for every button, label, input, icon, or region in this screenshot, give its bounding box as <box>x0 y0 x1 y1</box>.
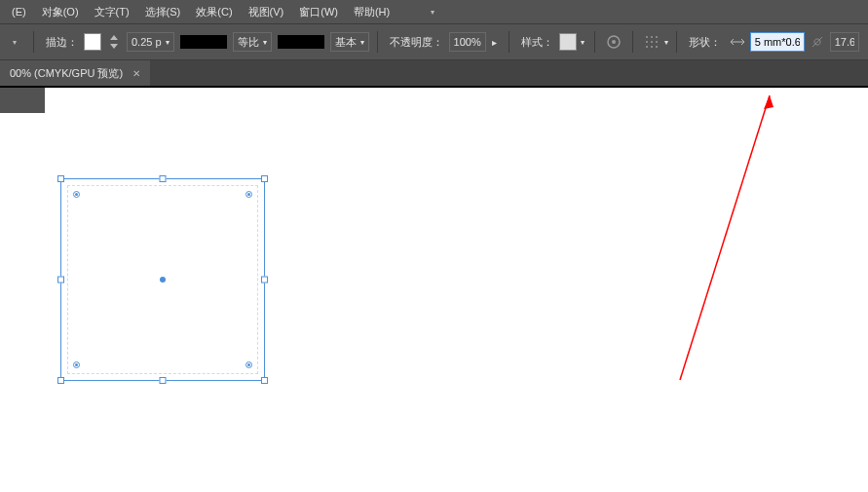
svg-point-6 <box>646 36 648 38</box>
divider <box>33 31 34 53</box>
resize-handle-top-middle[interactable] <box>160 175 167 182</box>
svg-point-8 <box>656 36 658 38</box>
svg-point-14 <box>656 46 658 48</box>
document-tabbar: 00% (CMYK/GPU 预览) ✕ <box>0 60 868 86</box>
resize-handle-middle-left[interactable] <box>57 277 64 284</box>
menu-select[interactable]: 选择(S) <box>137 5 189 19</box>
menu-window[interactable]: 窗口(W) <box>291 5 346 19</box>
options-toolbar: ▾ 描边： 0.25 p ▾ 等比 ▾ 基本 ▾ 不透明度： 100% ▸ 样式… <box>0 23 868 60</box>
svg-point-11 <box>656 41 658 43</box>
selected-rectangle[interactable] <box>60 178 265 381</box>
corner-widget-bottom-left[interactable] <box>73 361 80 368</box>
divider <box>632 31 633 53</box>
svg-point-10 <box>651 41 653 43</box>
resize-handle-top-left[interactable] <box>57 175 64 182</box>
resize-handle-bottom-left[interactable] <box>57 377 64 384</box>
menubar-icons: ▾ <box>405 4 440 19</box>
divider <box>377 31 378 53</box>
corner-widget-top-left[interactable] <box>73 191 80 198</box>
stroke-profile-preview <box>180 35 227 49</box>
close-icon[interactable]: ✕ <box>132 68 140 79</box>
width-icon <box>727 31 748 53</box>
svg-point-7 <box>651 36 653 38</box>
fill-dropdown-icon[interactable]: ▾ <box>4 31 25 53</box>
chevron-down-icon: ▾ <box>166 38 170 47</box>
divider <box>676 31 677 53</box>
stroke-label: 描边： <box>46 35 78 50</box>
chevron-down-icon: ▾ <box>360 38 364 47</box>
document-tab[interactable]: 00% (CMYK/GPU 预览) ✕ <box>0 60 150 86</box>
svg-point-13 <box>651 46 653 48</box>
corner-widget-top-right[interactable] <box>245 191 252 198</box>
svg-line-16 <box>680 95 770 380</box>
chevron-down-icon[interactable]: ▾ <box>664 38 668 47</box>
svg-point-12 <box>646 46 648 48</box>
svg-marker-17 <box>764 95 774 109</box>
canvas-area[interactable] <box>0 86 868 492</box>
stroke-weight-value: 0.25 p <box>132 36 162 48</box>
grid-icon[interactable] <box>405 4 421 19</box>
corner-widget-bottom-right[interactable] <box>245 361 252 368</box>
menu-object[interactable]: 对象(O) <box>34 5 87 19</box>
opacity-dropdown[interactable]: 100% <box>449 32 486 52</box>
center-point-icon <box>160 277 166 283</box>
resize-handle-top-right[interactable] <box>261 175 268 182</box>
resize-handle-middle-right[interactable] <box>261 277 268 284</box>
stroke-profile-dropdown[interactable]: 等比 ▾ <box>233 32 272 52</box>
stroke-swatch[interactable] <box>84 33 101 51</box>
style-label: 样式： <box>521 35 553 50</box>
menu-edit[interactable]: (E) <box>4 6 34 18</box>
divider <box>509 31 509 53</box>
shape-label: 形状： <box>689 35 721 50</box>
divider <box>594 31 595 53</box>
brush-preview <box>278 35 324 49</box>
menu-help[interactable]: 帮助(H) <box>346 5 397 19</box>
svg-point-9 <box>646 41 648 43</box>
link-icon[interactable] <box>807 31 828 53</box>
menubar: (E) 对象(O) 文字(T) 选择(S) 效果(C) 视图(V) 窗口(W) … <box>0 0 868 23</box>
menu-view[interactable]: 视图(V) <box>241 5 292 19</box>
resize-handle-bottom-right[interactable] <box>261 377 268 384</box>
opacity-value: 100% <box>454 36 481 48</box>
align-icon[interactable] <box>641 31 662 53</box>
resize-handle-bottom-middle[interactable] <box>160 377 167 384</box>
brush-label: 基本 <box>335 35 357 50</box>
opacity-label: 不透明度： <box>390 35 443 50</box>
svg-point-5 <box>612 40 616 44</box>
shape-width-input[interactable] <box>750 32 805 52</box>
document-tab-title: 00% (CMYK/GPU 预览) <box>10 66 123 81</box>
menu-effect[interactable]: 效果(C) <box>188 5 240 19</box>
stroke-weight-stepper-icon[interactable] <box>103 31 125 53</box>
chevron-down-icon: ▾ <box>263 38 267 47</box>
stroke-profile-label: 等比 <box>238 35 259 50</box>
workspace-dropdown-icon[interactable]: ▾ <box>425 4 440 19</box>
chevron-right-icon[interactable]: ▸ <box>492 37 497 48</box>
menu-type[interactable]: 文字(T) <box>87 5 137 19</box>
canvas-pasteboard <box>0 88 45 113</box>
recolor-icon[interactable] <box>603 31 624 53</box>
brush-dropdown[interactable]: 基本 ▾ <box>330 32 369 52</box>
shape-height-input[interactable] <box>830 32 859 52</box>
style-swatch[interactable] <box>559 33 577 51</box>
stroke-weight-dropdown[interactable]: 0.25 p ▾ <box>127 32 174 52</box>
chevron-down-icon[interactable]: ▾ <box>581 38 585 47</box>
